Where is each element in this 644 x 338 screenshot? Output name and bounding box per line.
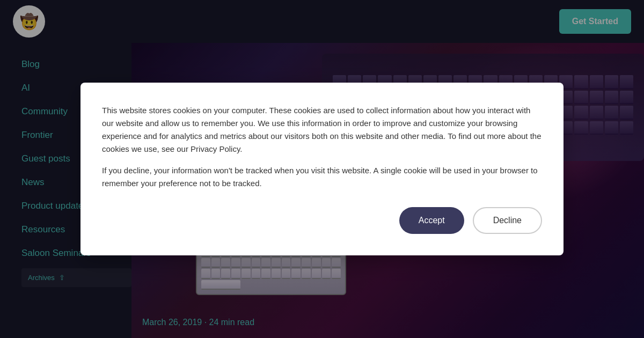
cookie-buttons: Accept Decline — [102, 207, 542, 234]
decline-button[interactable]: Decline — [473, 207, 542, 234]
cookie-secondary-text: If you decline, your information won't b… — [102, 164, 542, 190]
cookie-overlay: This website stores cookies on your comp… — [0, 0, 644, 338]
accept-button[interactable]: Accept — [399, 207, 464, 234]
cookie-primary-text: This website stores cookies on your comp… — [102, 104, 542, 156]
cookie-modal: This website stores cookies on your comp… — [80, 83, 564, 255]
